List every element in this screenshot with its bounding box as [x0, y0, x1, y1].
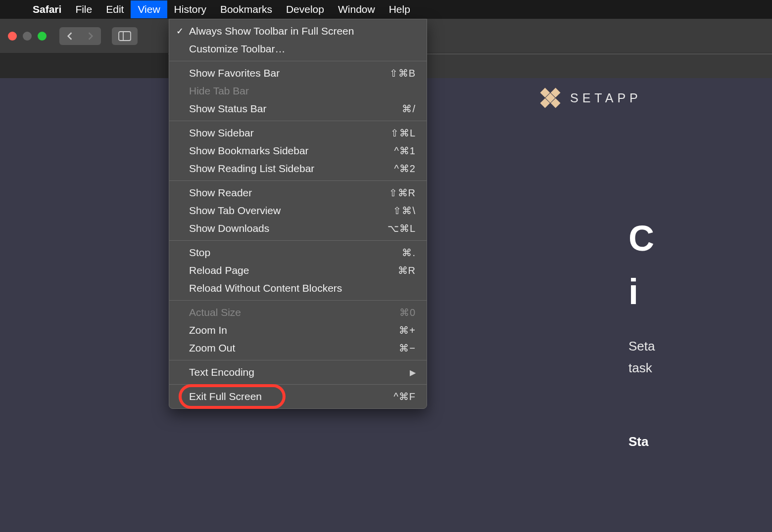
menu-item-hide-tab-bar: Hide Tab Bar — [169, 82, 427, 100]
menu-item-show-sidebar[interactable]: Show Sidebar⇧⌘L — [169, 124, 427, 142]
menu-item-label: Stop — [189, 247, 402, 259]
sidebar-toggle-button[interactable] — [112, 27, 138, 45]
view-menu[interactable]: View — [131, 0, 167, 18]
menu-shortcut: ⌘R — [398, 265, 416, 276]
menu-separator — [169, 121, 427, 121]
menu-item-label: Reload Without Content Blockers — [189, 282, 416, 294]
menu-item-show-downloads[interactable]: Show Downloads⌥⌘L — [169, 220, 427, 237]
menu-shortcut: ^⌘F — [393, 391, 416, 402]
menu-shortcut: ^⌘1 — [394, 145, 416, 157]
menu-item-label: Actual Size — [189, 307, 399, 318]
menu-item-customize-toolbar[interactable]: Customize Toolbar… — [169, 40, 427, 58]
file-menu[interactable]: File — [68, 0, 99, 18]
menu-shortcut: ⌘/ — [402, 103, 416, 115]
window-menu[interactable]: Window — [331, 0, 382, 18]
menu-separator — [169, 61, 427, 61]
help-menu[interactable]: Help — [382, 0, 417, 18]
menu-item-label: Exit Full Screen — [189, 391, 393, 402]
menu-shortcut: ⇧⌘L — [390, 127, 416, 139]
fullscreen-window-button[interactable] — [38, 32, 47, 41]
forward-button[interactable] — [80, 27, 101, 45]
page-headline: C i — [628, 212, 654, 318]
menu-item-text-encoding[interactable]: Text Encoding▶ — [169, 363, 427, 381]
menu-item-zoom-in[interactable]: Zoom In⌘+ — [169, 321, 427, 339]
menu-shortcut: ⌥⌘L — [387, 222, 416, 234]
menu-item-show-reader[interactable]: Show Reader⇧⌘R — [169, 184, 427, 202]
menu-item-reload-page[interactable]: Reload Page⌘R — [169, 262, 427, 279]
menu-separator — [169, 240, 427, 241]
menu-shortcut: ⇧⌘R — [389, 187, 416, 199]
minimize-window-button[interactable] — [23, 32, 32, 41]
menu-item-label: Reload Page — [189, 265, 398, 276]
menu-item-actual-size: Actual Size⌘0 — [169, 304, 427, 321]
page-cta-text: Sta — [628, 434, 648, 449]
system-menubar: Safari File Edit View History Bookmarks … — [0, 0, 772, 19]
chevron-left-icon — [66, 32, 73, 41]
setapp-logo[interactable]: SETAPP — [539, 87, 642, 109]
menu-shortcut: ⌘− — [399, 342, 416, 354]
menu-item-stop[interactable]: Stop⌘. — [169, 244, 427, 262]
menu-item-show-bookmarks-sidebar[interactable]: Show Bookmarks Sidebar^⌘1 — [169, 142, 427, 160]
menu-item-label: Show Favorites Bar — [189, 67, 389, 79]
menu-item-show-reading-list-sidebar[interactable]: Show Reading List Sidebar^⌘2 — [169, 160, 427, 177]
sidebar-icon — [118, 31, 131, 41]
menu-item-show-favorites-bar[interactable]: Show Favorites Bar⇧⌘B — [169, 64, 427, 82]
menu-shortcut: ⌘0 — [399, 307, 416, 318]
menu-item-reload-without-content-blockers[interactable]: Reload Without Content Blockers — [169, 279, 427, 297]
menu-item-label: Show Bookmarks Sidebar — [189, 145, 394, 157]
menu-item-label: Show Sidebar — [189, 127, 390, 139]
menu-shortcut: ⇧⌘B — [389, 67, 416, 79]
menu-item-label: Show Downloads — [189, 222, 387, 234]
menu-item-label: Zoom Out — [189, 342, 399, 354]
close-window-button[interactable] — [8, 32, 17, 41]
menu-separator — [169, 180, 427, 181]
menu-separator — [169, 360, 427, 360]
menu-item-label: Show Tab Overview — [189, 205, 393, 217]
menu-item-label: Hide Tab Bar — [189, 85, 416, 97]
tab-spacer — [0, 53, 168, 78]
view-dropdown-menu: ✓Always Show Toolbar in Full ScreenCusto… — [169, 19, 427, 409]
submenu-arrow-icon: ▶ — [410, 368, 416, 377]
menu-separator — [169, 300, 427, 301]
svg-rect-0 — [119, 32, 131, 41]
setapp-wordmark: SETAPP — [570, 91, 642, 105]
edit-menu[interactable]: Edit — [99, 0, 131, 18]
checkmark-icon: ✓ — [176, 26, 184, 37]
menu-item-always-show-toolbar-in-full-screen[interactable]: ✓Always Show Toolbar in Full Screen — [169, 22, 427, 40]
history-menu[interactable]: History — [167, 0, 213, 18]
menu-shortcut: ⇧⌘\ — [393, 205, 416, 217]
menu-item-show-tab-overview[interactable]: Show Tab Overview⇧⌘\ — [169, 202, 427, 220]
develop-menu[interactable]: Develop — [279, 0, 331, 18]
bookmarks-menu[interactable]: Bookmarks — [213, 0, 279, 18]
menu-item-label: Customize Toolbar… — [189, 43, 416, 55]
menu-item-show-status-bar[interactable]: Show Status Bar⌘/ — [169, 100, 427, 118]
menu-item-label: Show Reading List Sidebar — [189, 163, 394, 175]
menu-item-label: Show Status Bar — [189, 103, 402, 115]
menu-shortcut: ⌘. — [402, 247, 416, 259]
menu-item-exit-full-screen[interactable]: Exit Full Screen^⌘F — [169, 388, 427, 405]
menu-item-label: Text Encoding — [189, 366, 410, 378]
menu-item-label: Show Reader — [189, 187, 389, 199]
setapp-icon — [535, 83, 566, 113]
back-button[interactable] — [59, 27, 80, 45]
chevron-right-icon — [87, 32, 94, 41]
window-controls — [8, 32, 47, 41]
app-menu[interactable]: Safari — [26, 0, 68, 18]
menu-item-zoom-out[interactable]: Zoom Out⌘− — [169, 339, 427, 357]
menu-item-label: Zoom In — [189, 324, 399, 336]
page-body-text: Seta task — [628, 335, 655, 379]
nav-button-group — [59, 27, 101, 45]
menu-shortcut: ^⌘2 — [394, 163, 416, 175]
menu-item-label: Always Show Toolbar in Full Screen — [189, 25, 416, 37]
menu-shortcut: ⌘+ — [399, 324, 416, 336]
menu-separator — [169, 384, 427, 385]
